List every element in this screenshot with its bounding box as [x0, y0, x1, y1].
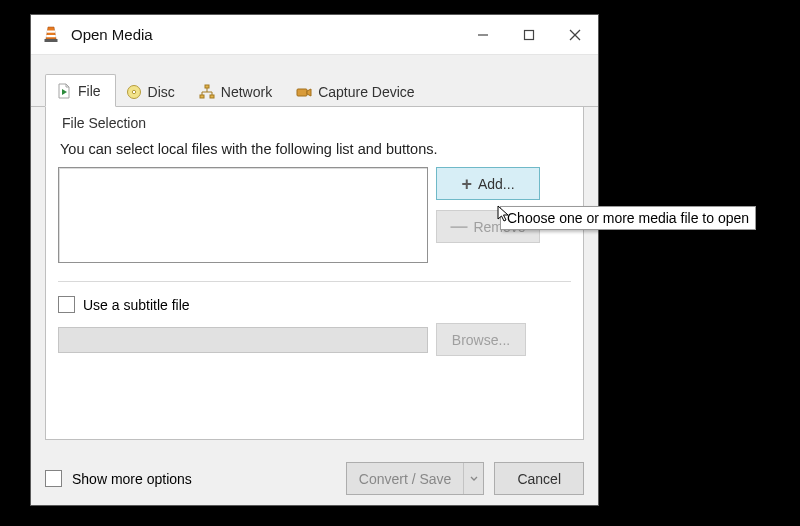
- tab-label: Capture Device: [318, 84, 415, 100]
- tab-disc[interactable]: Disc: [116, 76, 189, 107]
- maximize-button[interactable]: [506, 15, 552, 54]
- file-selection-legend: File Selection: [58, 115, 571, 131]
- disc-icon: [126, 84, 142, 100]
- show-more-label: Show more options: [72, 471, 192, 487]
- svg-rect-2: [45, 39, 58, 42]
- add-button-label: Add...: [478, 176, 515, 192]
- browse-button[interactable]: Browse...: [436, 323, 526, 356]
- subtitle-checkbox[interactable]: [58, 296, 75, 313]
- network-icon: [199, 84, 215, 100]
- close-button[interactable]: [552, 15, 598, 54]
- window-title: Open Media: [71, 26, 460, 43]
- svg-rect-11: [210, 95, 214, 98]
- vlc-icon: [41, 25, 61, 45]
- tab-file-panel: File Selection You can select local file…: [45, 107, 584, 440]
- capture-icon: [296, 84, 312, 100]
- file-icon: [56, 83, 72, 99]
- minimize-button[interactable]: [460, 15, 506, 54]
- svg-point-8: [132, 90, 135, 93]
- tabbar: File Disc Network: [31, 55, 598, 107]
- subtitle-path-input[interactable]: [58, 327, 428, 353]
- tab-capture-device[interactable]: Capture Device: [286, 76, 429, 107]
- dialog-footer: Show more options Convert / Save Cancel: [31, 454, 598, 505]
- svg-rect-10: [200, 95, 204, 98]
- cancel-button[interactable]: Cancel: [494, 462, 584, 495]
- show-more-checkbox[interactable]: [45, 470, 62, 487]
- svg-rect-12: [297, 89, 307, 96]
- convert-save-dropdown[interactable]: [463, 463, 483, 494]
- add-button[interactable]: + Add...: [436, 167, 540, 200]
- separator: [58, 281, 571, 282]
- svg-rect-1: [46, 35, 56, 37]
- chevron-down-icon: [470, 475, 478, 483]
- file-list[interactable]: [58, 167, 428, 263]
- add-button-tooltip: Choose one or more media file to open: [500, 206, 756, 230]
- tab-file[interactable]: File: [45, 74, 116, 107]
- convert-save-label: Convert / Save: [347, 471, 464, 487]
- cancel-button-label: Cancel: [517, 471, 561, 487]
- tab-label: File: [78, 83, 101, 99]
- svg-rect-4: [525, 30, 534, 39]
- browse-button-label: Browse...: [452, 332, 510, 348]
- subtitle-label: Use a subtitle file: [83, 297, 190, 313]
- svg-rect-9: [205, 85, 209, 88]
- tab-network[interactable]: Network: [189, 76, 286, 107]
- tab-label: Network: [221, 84, 272, 100]
- tab-label: Disc: [148, 84, 175, 100]
- svg-rect-0: [47, 30, 55, 32]
- titlebar: Open Media: [31, 15, 598, 55]
- file-selection-help: You can select local files with the foll…: [60, 141, 569, 157]
- file-selection-group: File Selection You can select local file…: [58, 115, 571, 263]
- convert-save-button[interactable]: Convert / Save: [346, 462, 485, 495]
- open-media-window: Open Media File: [30, 14, 599, 506]
